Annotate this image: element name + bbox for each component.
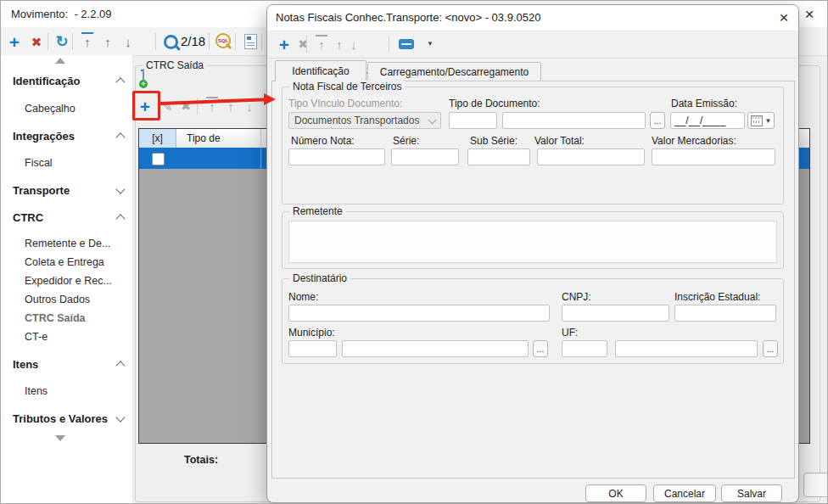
numero-nota-label: Número Nota: [291, 135, 355, 147]
municipio-name-field[interactable] [342, 340, 529, 357]
refresh-icon[interactable]: ↻ [52, 31, 72, 52]
uf-name-field[interactable] [615, 340, 758, 357]
next-record-icon[interactable]: ↓ [118, 31, 138, 52]
sidebar-section-transporte[interactable]: Transporte [13, 183, 124, 197]
valor-total-field[interactable] [537, 148, 645, 165]
sidebar-section-label: Tributos e Valores [13, 412, 108, 425]
cnpj-field[interactable] [562, 305, 669, 322]
sidebar-section-itens[interactable]: Itens [13, 357, 124, 371]
toolbar-separator [235, 33, 236, 50]
nome-field[interactable] [288, 305, 550, 322]
tab-identificacao[interactable]: Identificação [275, 60, 366, 81]
date-picker-button[interactable]: ▼ [747, 112, 775, 129]
sidebar-item-coleta-entrega[interactable]: Coleta e Entrega [25, 255, 104, 269]
data-emissao-field[interactable] [670, 112, 745, 129]
tab-carregamento-descarregamento[interactable]: Carregamento/Descarregamento [367, 62, 541, 81]
sidebar-section-label: Integrações [13, 130, 75, 143]
sidebar-section-identificacao[interactable]: Identificação [13, 74, 124, 87]
cnpj-label: CNPJ: [562, 291, 591, 303]
form-list-icon[interactable] [240, 31, 260, 52]
sidebar-item-label: Coleta e Entrega [25, 256, 104, 268]
sidebar-section-integracoes[interactable]: Integrações [13, 129, 124, 143]
tipo-vinculo-dropdown[interactable]: Documentos Transportados [288, 112, 441, 129]
dialog-delete-icon[interactable]: ✖ [293, 34, 313, 54]
dialog-close-icon[interactable]: × [775, 8, 793, 27]
toolbar-separator [155, 33, 156, 50]
sidebar-item-expedidor-recebedor[interactable]: Expedidor e Rec... [25, 274, 112, 288]
sidebar-item-cte[interactable]: CT-e [25, 330, 48, 344]
calendar-icon [751, 115, 763, 126]
group-title: Nota Fiscal de Terceiros [289, 81, 406, 92]
sidebar-scroll-up-icon[interactable] [55, 58, 65, 64]
toolbar-separator [209, 33, 210, 50]
search-icon[interactable] [160, 31, 181, 52]
tipo-documento-code-field[interactable] [449, 112, 497, 129]
sidebar-item-cabecalho[interactable]: Cabeçalho [25, 102, 76, 115]
inscricao-estadual-field[interactable] [674, 305, 776, 322]
sidebar-item-ctrc-saida[interactable]: CTRC Saída [25, 311, 86, 325]
sub-serie-field[interactable] [467, 148, 530, 165]
sidebar-section-tributos-valores[interactable]: Tributos e Valores [13, 412, 124, 425]
panel-delete-icon[interactable]: ✖ [176, 96, 196, 116]
uf-browse-button[interactable]: ... [763, 340, 778, 357]
notas-fiscais-dialog: Notas Fiscais Conhec.Transporte: <novo> … [266, 4, 799, 503]
background-button[interactable] [803, 473, 828, 497]
main-window-close-icon[interactable]: × [800, 5, 819, 24]
sql-search-icon[interactable]: SQL [214, 31, 234, 52]
nota-fiscal-terceiros-group: Nota Fiscal de Terceiros Tipo Vínculo Do… [282, 87, 784, 204]
municipio-browse-button[interactable]: ... [533, 340, 548, 357]
totals-label: Totais: [184, 454, 218, 466]
row-checkbox[interactable] [152, 153, 165, 165]
tipo-documento-browse-button[interactable]: ... [650, 112, 665, 129]
sidebar-item-label: Expedidor e Rec... [25, 275, 112, 287]
sidebar-item-itens[interactable]: Itens [25, 384, 48, 398]
sidebar-item-label: Itens [25, 385, 48, 397]
valor-mercadorias-field[interactable] [652, 148, 775, 165]
screen: Movimento: - 2.2.09 × + ✖ ↻ ↑ ↑ ↓ ↓ 2/18… [0, 0, 828, 504]
chevron-up-icon [115, 77, 125, 87]
serie-label: Série: [393, 135, 419, 147]
sidebar-section-label: Itens [13, 358, 38, 371]
previous-record-icon[interactable]: ↑ [98, 31, 118, 52]
data-emissao-label: Data Emissão: [671, 98, 737, 109]
sidebar-item-remetente-destinatario[interactable]: Remetente e De... [25, 237, 110, 250]
tipo-vinculo-label: Tipo Vínculo Documento: [288, 98, 402, 109]
dialog-add-icon[interactable]: + [274, 34, 294, 54]
sidebar-section-label: CTRC [13, 211, 43, 224]
annotation-arrowhead [264, 93, 276, 105]
uf-code-field[interactable] [562, 340, 607, 357]
valor-total-label: Valor Total: [534, 135, 585, 147]
print-icon[interactable] [396, 34, 417, 54]
municipio-code-field[interactable] [288, 340, 337, 357]
serie-field[interactable] [391, 148, 459, 165]
add-record-icon[interactable]: + [4, 31, 25, 52]
sidebar-item-fiscal[interactable]: Fiscal [25, 156, 53, 170]
grid-add-glyph [143, 69, 144, 85]
sidebar-item-label: Outros Dados [25, 294, 90, 305]
dialog-title: Notas Fiscais Conhec.Transporte: <novo> … [276, 11, 540, 24]
delete-record-icon[interactable]: ✖ [26, 31, 47, 52]
add-grid-row-icon[interactable] [143, 70, 144, 85]
sidebar-section-ctrc[interactable]: CTRC [13, 210, 124, 224]
tipo-documento-label: Tipo de Documento: [449, 98, 540, 109]
save-button[interactable]: Salvar [721, 484, 782, 502]
destinatario-group: Destinatário Nome: CNPJ: Inscrição Estad… [282, 278, 784, 364]
remetente-empty-area [288, 221, 777, 263]
group-title: Remetente [289, 205, 346, 217]
column-header-check[interactable]: [x] [139, 129, 176, 148]
remetente-group: Remetente [282, 211, 784, 269]
municipio-label: Município: [288, 327, 335, 339]
sidebar-section-label: Transporte [13, 184, 70, 197]
sidebar-item-outros-dados[interactable]: Outros Dados [25, 293, 90, 306]
cancel-button[interactable]: Cancelar [653, 484, 716, 502]
ok-button[interactable]: OK [585, 484, 646, 502]
chevron-up-icon [115, 214, 125, 223]
printer-glyph [399, 39, 414, 49]
first-record-icon[interactable]: ↑ [77, 31, 98, 52]
tipo-documento-name-field[interactable] [502, 112, 646, 129]
dialog-next-icon[interactable]: ↓ [344, 34, 364, 54]
sidebar-scroll-down-icon[interactable] [55, 435, 65, 441]
numero-nota-field[interactable] [288, 148, 385, 165]
print-dropdown-icon[interactable]: ▼ [420, 34, 440, 54]
sidebar-item-label: Fiscal [25, 157, 53, 169]
